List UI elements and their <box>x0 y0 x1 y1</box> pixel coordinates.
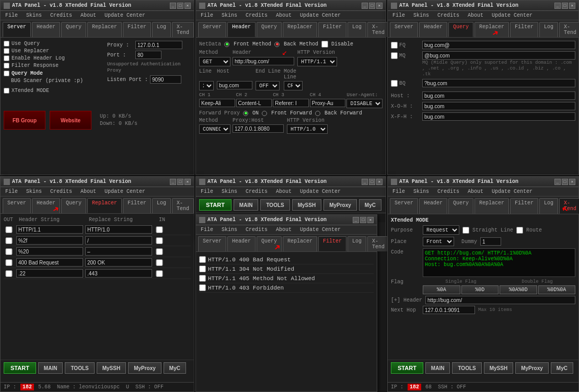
tab-replacer-4[interactable]: Replacer <box>87 198 122 213</box>
menu-about-5[interactable]: About <box>274 188 293 195</box>
maximize-btn-5[interactable]: □ <box>369 179 375 185</box>
rep-header-5[interactable] <box>16 269 83 278</box>
line-select[interactable]: 2 <box>199 81 214 90</box>
maximize-btn-1[interactable]: □ <box>177 3 183 9</box>
rep-replace-4[interactable] <box>85 258 152 267</box>
port-input[interactable] <box>135 51 161 59</box>
menu-file-6[interactable]: File <box>391 188 407 195</box>
tab-filter-5b[interactable]: Filter <box>318 236 346 251</box>
menu-skins-4[interactable]: Skins <box>25 188 43 195</box>
menu-skins-2[interactable]: Skins <box>220 12 239 19</box>
end-line-select[interactable]: OFF <box>256 81 280 90</box>
xoh-input[interactable] <box>422 102 575 110</box>
back-method-radio[interactable] <box>274 42 280 47</box>
myproxy-btn-6[interactable]: MyProxy <box>515 362 549 374</box>
menu-update-4[interactable]: Update Center <box>103 188 147 195</box>
bq-input[interactable] <box>422 79 575 87</box>
close-btn-6[interactable]: ✕ <box>569 179 575 185</box>
myc-btn-5[interactable]: MyC <box>359 199 381 211</box>
menu-about-2[interactable]: About <box>274 12 293 19</box>
rep-cb-4[interactable] <box>4 259 14 266</box>
menu-update-5[interactable]: Update Center <box>298 188 342 195</box>
tools-btn-4[interactable]: TOOLS <box>65 362 94 374</box>
myssh-btn-6[interactable]: MySSH <box>484 362 513 374</box>
start-btn-4[interactable]: START <box>4 362 36 374</box>
tab-query-2[interactable]: Query <box>257 22 282 37</box>
rep-header-4[interactable] <box>16 258 83 267</box>
minimize-btn-6[interactable]: _ <box>554 179 561 185</box>
fp-ver-select[interactable]: HTTP/1.0 <box>287 124 328 134</box>
tab-xtend-3[interactable]: X-Tend <box>559 22 579 37</box>
tab-filter-1[interactable]: Filter <box>123 22 151 37</box>
minimize-btn-4[interactable]: _ <box>170 179 176 185</box>
rep-in-cb-4[interactable] <box>154 259 165 266</box>
menu-about-5b[interactable]: About <box>274 226 293 233</box>
rep-cb-1[interactable] <box>4 226 14 233</box>
tab-xtend-1[interactable]: X-Tend <box>172 22 194 37</box>
bq-cb[interactable] <box>391 80 398 87</box>
rep-header-1[interactable] <box>16 225 83 234</box>
fb-group-btn[interactable]: FB Group <box>4 111 45 130</box>
tools-btn-6[interactable]: TOOLS <box>452 362 481 374</box>
tab-query-4[interactable]: Query <box>61 198 86 213</box>
fq-cb[interactable] <box>391 42 398 49</box>
tab-xtend-4[interactable]: X-Tend <box>172 198 194 213</box>
ua-select[interactable]: DISABLE <box>346 99 383 108</box>
close-btn-3[interactable]: ✕ <box>569 3 575 9</box>
flag-0d0a-btn[interactable]: %0D%0A <box>538 285 576 294</box>
menu-file-1[interactable]: File <box>4 12 19 19</box>
menu-credits-3[interactable]: Credits <box>436 12 461 19</box>
fp-back-radio[interactable] <box>315 111 320 116</box>
rep-header-2[interactable] <box>16 236 83 245</box>
menu-credits-5b[interactable]: Credits <box>244 226 269 233</box>
tab-replacer-2[interactable]: Replacer <box>283 22 317 37</box>
http-ver-select[interactable]: HTTP/1.1 <box>297 57 337 66</box>
tab-xtend-5b[interactable]: X-Tend <box>367 236 389 251</box>
filter-cb-1[interactable] <box>199 256 206 263</box>
maximize-btn-3[interactable]: □ <box>562 3 568 9</box>
minimize-btn-1[interactable]: _ <box>170 3 176 9</box>
minimize-btn-5[interactable]: _ <box>362 179 368 185</box>
menu-update-2[interactable]: Update Center <box>298 12 342 19</box>
tab-server-5b[interactable]: Server <box>198 236 226 251</box>
menu-update-6[interactable]: Update Center <box>490 188 534 195</box>
straight-line-cb[interactable] <box>462 227 469 234</box>
main-btn-4[interactable]: MAIN <box>38 362 63 374</box>
mode-line-select[interactable]: CR <box>284 81 303 90</box>
tab-query-1[interactable]: Query <box>61 22 86 37</box>
cb-query-mode[interactable] <box>4 71 9 76</box>
menu-about-3[interactable]: About <box>466 12 485 19</box>
myssh-btn-5[interactable]: MySSH <box>292 199 321 211</box>
rep-in-cb-3[interactable] <box>154 248 165 255</box>
fp-on-radio[interactable] <box>243 111 248 116</box>
tab-header-1[interactable]: Header <box>32 22 60 37</box>
myssh-btn-4[interactable]: MySSH <box>97 362 126 374</box>
code-textarea[interactable]: GET http://bug.com/ HTTP/1.1%0D%0A Conne… <box>423 248 575 277</box>
tab-replacer-5b[interactable]: Replacer <box>283 236 317 251</box>
myproxy-btn-5[interactable]: MyProxy <box>323 199 357 211</box>
fp-method-select[interactable]: CONNECT <box>199 124 230 134</box>
menu-about-1[interactable]: About <box>79 12 98 19</box>
tools-btn-5[interactable]: TOOLS <box>260 199 290 211</box>
host-q-input[interactable] <box>422 91 575 100</box>
next-hop-input[interactable] <box>423 306 475 314</box>
start-btn-6[interactable]: START <box>391 362 423 374</box>
tab-header-3[interactable]: Header <box>419 22 447 37</box>
front-method-radio[interactable] <box>224 42 229 47</box>
close-btn-1[interactable]: ✕ <box>184 3 191 9</box>
tab-header-6[interactable]: Header <box>419 198 447 214</box>
tab-log-1[interactable]: Log <box>152 22 171 37</box>
rep-cb-3[interactable] <box>4 248 14 255</box>
menu-skins-1[interactable]: Skins <box>25 12 43 19</box>
tab-replacer-6[interactable]: Replacer <box>474 198 509 214</box>
fq-input[interactable] <box>422 41 575 49</box>
menu-credits-6[interactable]: Credits <box>436 188 461 195</box>
tab-filter-4[interactable]: Filter <box>123 198 151 213</box>
tab-log-3[interactable]: Log <box>539 22 558 37</box>
rep-replace-2[interactable] <box>85 236 152 245</box>
filter-cb-2[interactable] <box>199 266 206 272</box>
main-btn-5[interactable]: MAIN <box>234 199 259 211</box>
myc-btn-6[interactable]: MyC <box>551 362 573 374</box>
menu-about-4[interactable]: About <box>79 188 98 195</box>
tab-filter-2[interactable]: Filter <box>318 22 346 37</box>
